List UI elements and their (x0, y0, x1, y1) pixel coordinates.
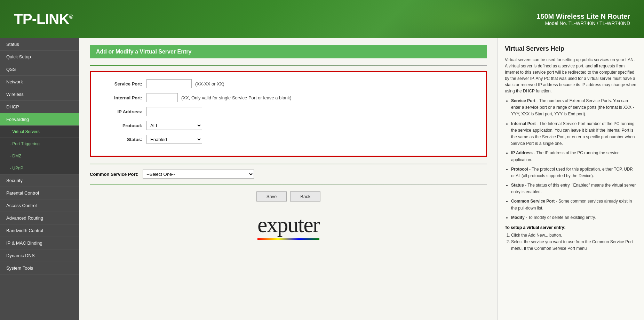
help-list: Service Port - The numbers of External S… (505, 98, 637, 221)
sidebar-item-quick-setup[interactable]: Quick Setup (0, 51, 79, 63)
button-row: Save Back (90, 191, 487, 202)
help-list-item: IP Address - The IP address of the PC ru… (511, 150, 637, 163)
sidebar-item-dmz[interactable]: - DMZ (0, 150, 79, 162)
help-list-item: Protocol - The protocol used for this ap… (511, 166, 637, 179)
ip-address-label: IP Address: (101, 109, 146, 114)
internal-port-hint: (XX, Only valid for single Service Port … (181, 95, 291, 100)
status-label: Status: (101, 137, 146, 142)
content-area: Add or Modify a Virtual Server Entry Ser… (79, 38, 644, 320)
sidebar-item-virtual-servers[interactable]: - Virtual Servers (0, 126, 79, 138)
sidebar-item-forwarding[interactable]: Forwarding (0, 113, 79, 126)
save-button[interactable]: Save (256, 191, 287, 202)
internal-port-row: Internal Port: (XX, Only valid for singl… (101, 93, 476, 102)
common-service-label: Common Service Port: (90, 172, 138, 177)
protocol-label: Protocol: (101, 123, 146, 128)
model-title: 150M Wireless Lite N Router (536, 13, 630, 20)
ip-address-input[interactable] (146, 107, 202, 116)
status-select[interactable]: Enabled Disabled (146, 135, 202, 144)
help-setup-list: Click the Add New... button.Select the s… (505, 232, 637, 252)
status-row: Status: Enabled Disabled (101, 135, 476, 144)
help-list-item: Status - The status of this entry, "Enab… (511, 182, 637, 195)
sidebar-item-port-triggering[interactable]: - Port Triggering (0, 138, 79, 150)
sidebar-item-advanced-routing[interactable]: Advanced Routing (0, 212, 79, 224)
help-intro: Virtual servers can be used for setting … (505, 57, 637, 94)
sidebar-item-parental-control[interactable]: Parental Control (0, 187, 79, 199)
sidebar-item-bandwidth-control[interactable]: Bandwidth Control (0, 224, 79, 237)
logo: TP-LINK® (14, 11, 73, 27)
exputer-underline (257, 238, 319, 240)
exputer-logo: exputer (257, 212, 319, 238)
protocol-row: Protocol: ALL TCP UDP (101, 121, 476, 130)
sidebar-item-wireless[interactable]: Wireless (0, 88, 79, 101)
sidebar-item-status[interactable]: Status (0, 38, 79, 51)
help-list-item: Modify - To modify or delete an existing… (511, 214, 637, 221)
protocol-select[interactable]: ALL TCP UDP (146, 121, 202, 130)
help-list-item: Internal Port - The Internal Service Por… (511, 121, 637, 147)
sidebar-item-upnp[interactable]: - UPnP (0, 162, 79, 174)
service-port-label: Service Port: (101, 81, 146, 87)
help-setup-step: Select the service you want to use from … (511, 239, 637, 252)
common-service-select[interactable]: --Select One-- (143, 170, 254, 179)
sidebar-item-dynamic-dns[interactable]: Dynamic DNS (0, 249, 79, 262)
header: TP-LINK® 150M Wireless Lite N Router Mod… (0, 0, 644, 38)
common-service-row: Common Service Port: --Select One-- (90, 170, 487, 179)
main-layout: StatusQuick SetupQSSNetworkWirelessDHCPF… (0, 38, 644, 320)
exputer-logo-container: exputer (257, 212, 319, 240)
sidebar-item-security[interactable]: Security (0, 174, 79, 187)
sidebar-item-ip-mac-binding[interactable]: IP & MAC Binding (0, 237, 79, 249)
virtual-server-form: Service Port: (XX-XX or XX) Internal Por… (90, 71, 487, 157)
exputer-area: exputer (90, 212, 487, 240)
sidebar: StatusQuick SetupQSSNetworkWirelessDHCPF… (0, 38, 79, 320)
sidebar-item-system-tools[interactable]: System Tools (0, 262, 79, 274)
internal-port-input[interactable] (146, 93, 178, 102)
main-content: Add or Modify a Virtual Server Entry Ser… (79, 38, 498, 320)
header-model-info: 150M Wireless Lite N Router Model No. TL… (536, 13, 630, 26)
back-button[interactable]: Back (290, 191, 320, 202)
help-list-item: Common Service Port - Some common servic… (511, 198, 637, 211)
sidebar-item-access-control[interactable]: Access Control (0, 199, 79, 212)
help-title: Virtual Servers Help (505, 45, 637, 52)
model-number: Model No. TL-WR740N / TL-WR740ND (536, 20, 630, 26)
sidebar-item-dhcp[interactable]: DHCP (0, 101, 79, 113)
internal-port-label: Internal Port: (101, 95, 146, 100)
mid-divider (90, 164, 487, 164)
ip-address-row: IP Address: (101, 107, 476, 116)
top-divider (90, 65, 487, 66)
help-panel: Virtual Servers Help Virtual servers can… (498, 38, 644, 320)
service-port-hint: (XX-XX or XX) (195, 81, 224, 87)
sidebar-item-qss[interactable]: QSS (0, 63, 79, 76)
bottom-divider (90, 184, 487, 184)
help-setup-step: Click the Add New... button. (511, 232, 637, 239)
service-port-row: Service Port: (XX-XX or XX) (101, 79, 476, 88)
section-header: Add or Modify a Virtual Server Entry (90, 45, 487, 58)
help-list-item: Service Port - The numbers of External S… (511, 98, 637, 118)
help-setup-title: To setup a virtual server entry: (505, 225, 637, 230)
service-port-input[interactable] (146, 79, 192, 88)
sidebar-item-network[interactable]: Network (0, 76, 79, 88)
